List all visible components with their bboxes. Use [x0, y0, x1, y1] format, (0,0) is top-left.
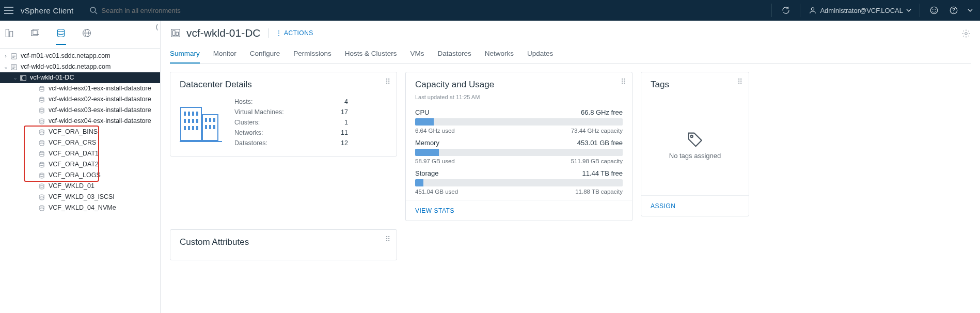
usage-bar	[415, 149, 623, 156]
svg-rect-49	[196, 126, 198, 130]
db-icon	[38, 85, 45, 92]
user-menu[interactable]: Administrator@VCF.LOCAL	[805, 6, 914, 14]
chevron-down-icon	[968, 8, 973, 13]
tree-item-ds7[interactable]: VCF_ORA_DAT1	[0, 148, 160, 159]
topbar-left: vSphere Client	[4, 6, 236, 15]
expander-icon[interactable]: ›	[2, 52, 9, 60]
page-settings[interactable]	[961, 29, 971, 40]
tree-item-label: VCF_WKLD_03_iSCSI	[49, 192, 115, 202]
tab-permissions[interactable]: Permissions	[293, 46, 331, 63]
svg-point-12	[57, 29, 64, 32]
svg-point-23	[40, 119, 44, 120]
card-drag-handle[interactable]: ⠿	[621, 77, 627, 86]
tab-datastores[interactable]: Datastores	[437, 46, 471, 63]
card-drag-handle[interactable]: ⠿	[737, 77, 744, 86]
detail-key: Virtual Machines:	[234, 108, 312, 116]
storage-icon	[56, 28, 66, 38]
svg-line-1	[95, 12, 97, 14]
inventory-tree: ›vcf-m01-vc01.sddc.netapp.com⌄vcf-wkld-v…	[0, 49, 160, 213]
topbar: vSphere Client Administrator@VCF.LOCAL	[0, 0, 980, 21]
tree-item-ds4[interactable]: vcf-wkld-esx04-esx-install-datastore	[0, 116, 160, 127]
card-drag-handle[interactable]: ⠿	[385, 77, 391, 86]
tags-empty-text: No tags assigned	[669, 152, 721, 160]
app-body: ⟨ ›vcf-m01-vc01.sddc.netapp.com⌄vcf-wkld…	[0, 21, 980, 313]
tree-item-ds9[interactable]: VCF_ORA_LOGS	[0, 170, 160, 181]
tab-updates[interactable]: Updates	[527, 46, 553, 63]
tree-item-ds1[interactable]: vcf-wkld-esx01-esx-install-datastore	[0, 83, 160, 94]
actions-menu[interactable]: ⋮ACTIONS	[276, 29, 313, 37]
tree-item-root2[interactable]: ⌄vcf-wkld-vc01.sddc.netapp.com	[0, 61, 160, 72]
svg-point-26	[40, 151, 44, 153]
tree-item-ds2[interactable]: vcf-wkld-esx02-esx-install-datastore	[0, 94, 160, 105]
card-capacity: ⠿ Capacity and Usage Last updated at 11:…	[405, 72, 633, 221]
svg-rect-45	[196, 119, 198, 123]
card-title: Capacity and Usage	[406, 72, 632, 94]
nav-storage[interactable]	[56, 28, 66, 45]
tree-item-ds11[interactable]: VCF_WKLD_03_iSCSI	[0, 192, 160, 202]
svg-point-3	[930, 7, 938, 14]
db-icon	[38, 118, 45, 125]
tab-summary[interactable]: Summary	[170, 46, 200, 64]
svg-rect-43	[188, 119, 190, 123]
svg-rect-42	[184, 119, 186, 123]
tab-networks[interactable]: Networks	[485, 46, 514, 63]
tab-monitor[interactable]: Monitor	[213, 46, 236, 63]
feedback-button[interactable]	[925, 0, 943, 21]
datacenter-illustration	[180, 102, 222, 144]
detail-key: Networks:	[234, 129, 312, 136]
nav-hosts-clusters[interactable]	[4, 28, 14, 45]
tab-configure[interactable]: Configure	[250, 46, 280, 63]
assign-tags-link[interactable]: ASSIGN	[651, 202, 675, 210]
svg-rect-44	[192, 119, 194, 123]
svg-rect-53	[205, 125, 207, 129]
tree-item-ds8[interactable]: VCF_ORA_DAT2	[0, 159, 160, 170]
card-title: Tags	[641, 72, 749, 94]
svg-rect-50	[205, 118, 207, 122]
expander-icon[interactable]: ⌄	[11, 73, 19, 82]
svg-rect-40	[192, 112, 194, 116]
metric-capacity: 511.98 GB capacity	[571, 158, 623, 164]
view-stats-link[interactable]: VIEW STATS	[415, 207, 454, 214]
tree-item-root1[interactable]: ›vcf-m01-vc01.sddc.netapp.com	[0, 51, 160, 61]
card-title: Datacenter Details	[170, 72, 397, 94]
tree-item-ds3[interactable]: vcf-wkld-esx03-esx-install-datastore	[0, 105, 160, 116]
tree-item-ds10[interactable]: VCF_WKLD_01	[0, 181, 160, 192]
help-dropdown[interactable]	[965, 0, 976, 21]
search-box[interactable]	[89, 6, 236, 14]
main: vcf-wkld-01-DC ⋮ACTIONS SummaryMonitorCo…	[161, 21, 980, 313]
detail-value: 12	[312, 139, 348, 147]
tree-item-dc1[interactable]: ⌄vcf-wkld-01-DC	[0, 72, 160, 83]
svg-rect-38	[184, 112, 186, 116]
tree-item-label: vcf-wkld-esx01-esx-install-datastore	[49, 84, 151, 93]
help-button[interactable]	[945, 0, 962, 21]
card-drag-handle[interactable]: ⠿	[385, 235, 391, 243]
tree-item-ds6[interactable]: VCF_ORA_CRS	[0, 137, 160, 148]
refresh-button[interactable]	[777, 0, 795, 21]
tab-vms[interactable]: VMs	[410, 46, 424, 63]
cards-row: ⠿ Datacenter Details	[161, 64, 980, 229]
tree-item-label: vcf-wkld-esx04-esx-install-datastore	[49, 116, 151, 126]
refresh-icon	[781, 6, 791, 15]
search-input[interactable]	[102, 7, 236, 14]
tab-hosts-clusters[interactable]: Hosts & Clusters	[345, 46, 397, 63]
sidebar-collapse[interactable]: ⟨	[155, 23, 158, 31]
tree-item-label: VCF_ORA_LOGS	[49, 170, 101, 180]
svg-rect-9	[10, 32, 13, 37]
tree-item-ds5[interactable]: VCF_ORA_BINS	[0, 127, 160, 137]
nav-networking[interactable]	[82, 28, 92, 45]
nav-vms-templates[interactable]	[30, 28, 40, 45]
metric-used: 58.97 GB used	[415, 158, 455, 164]
tree-item-label: VCF_WKLD_04_NVMe	[49, 203, 116, 213]
card-custom-attributes: ⠿ Custom Attributes	[170, 229, 397, 260]
svg-point-32	[965, 33, 968, 35]
svg-rect-34	[173, 30, 176, 35]
card-subtitle: Last updated at 11:25 AM	[406, 94, 632, 100]
details-grid: Hosts:4Virtual Machines:17Clusters:1Netw…	[234, 98, 348, 147]
app-title: vSphere Client	[21, 6, 74, 15]
menu-icon[interactable]	[4, 7, 13, 14]
metric-capacity: 73.44 GHz capacity	[571, 128, 623, 134]
tree-item-ds12[interactable]: VCF_WKLD_04_NVMe	[0, 202, 160, 213]
topbar-right: Administrator@VCF.LOCAL	[768, 0, 976, 21]
expander-icon[interactable]: ⌄	[2, 62, 9, 71]
svg-rect-39	[188, 112, 190, 116]
